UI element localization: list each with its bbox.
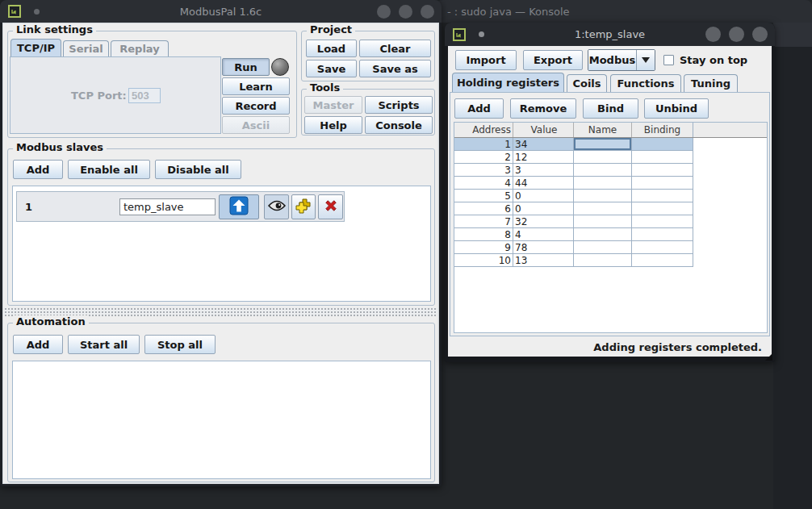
register-cell-name[interactable] xyxy=(574,241,632,253)
register-cell-value[interactable]: 44 xyxy=(513,177,574,189)
register-cell-address[interactable]: 7 xyxy=(454,215,513,227)
register-row[interactable]: 33 xyxy=(454,164,693,177)
register-row[interactable]: 732 xyxy=(454,215,693,228)
background-window-titlebar[interactable]: - : sudo java — Konsole xyxy=(436,0,812,23)
register-row[interactable]: 978 xyxy=(454,241,693,254)
register-cell-binding[interactable] xyxy=(632,151,693,163)
disable-all-button[interactable]: Disable all xyxy=(155,160,241,179)
slave-add-button[interactable]: Add xyxy=(13,160,63,179)
stop-all-button[interactable]: Stop all xyxy=(144,335,216,354)
slave-name-input[interactable] xyxy=(119,198,216,215)
register-cell-name[interactable] xyxy=(574,164,632,176)
register-cell-value[interactable]: 13 xyxy=(513,254,574,266)
register-cell-value[interactable]: 34 xyxy=(513,138,574,150)
tab-coils[interactable]: Coils xyxy=(567,74,607,92)
register-cell-value[interactable]: 78 xyxy=(513,241,574,253)
tab-functions[interactable]: Functions xyxy=(610,74,681,92)
register-cell-value[interactable]: 3 xyxy=(513,164,574,176)
load-button[interactable]: Load xyxy=(306,40,357,57)
register-cell-address[interactable]: 10 xyxy=(454,254,513,266)
column-header-address[interactable]: Address xyxy=(454,123,513,137)
close-button[interactable] xyxy=(752,27,768,42)
register-row[interactable]: 84 xyxy=(454,228,693,241)
maximize-button[interactable] xyxy=(399,5,412,19)
register-cell-address[interactable]: 5 xyxy=(454,190,513,202)
register-unbind-button[interactable]: Unbind xyxy=(644,98,709,119)
register-cell-address[interactable]: 4 xyxy=(454,177,513,189)
register-cell-value[interactable]: 12 xyxy=(513,151,574,163)
register-cell-address[interactable]: 6 xyxy=(454,202,513,215)
master-button[interactable]: Master xyxy=(304,96,362,114)
register-cell-value[interactable]: 0 xyxy=(513,202,574,215)
register-cell-name[interactable] xyxy=(574,177,632,189)
maximize-button[interactable] xyxy=(729,27,744,42)
register-table-header[interactable]: Address Value Name Binding xyxy=(454,123,767,138)
window-icon[interactable] xyxy=(453,28,466,41)
clear-button[interactable]: Clear xyxy=(359,40,431,57)
register-cell-binding[interactable] xyxy=(632,202,693,215)
close-button[interactable] xyxy=(421,5,434,19)
chevron-down-icon[interactable] xyxy=(637,50,655,70)
tab-tcpip[interactable]: TCP/IP xyxy=(10,39,61,56)
ascii-button[interactable]: Ascii xyxy=(222,116,290,134)
register-row[interactable]: 212 xyxy=(454,151,693,164)
register-add-button[interactable]: Add xyxy=(454,98,504,119)
register-cell-address[interactable]: 9 xyxy=(454,241,513,253)
register-cell-binding[interactable] xyxy=(632,177,693,189)
modbuspal-titlebar[interactable]: ModbusPal 1.6c xyxy=(0,0,442,23)
slave-window-titlebar[interactable]: 1:temp_slave xyxy=(445,23,775,46)
register-cell-name[interactable] xyxy=(574,190,632,202)
column-header-binding[interactable]: Binding xyxy=(632,123,693,137)
tab-holding-registers[interactable]: Holding registers xyxy=(452,73,564,92)
register-bind-button[interactable]: Bind xyxy=(583,98,638,119)
register-cell-name[interactable] xyxy=(574,151,632,163)
register-cell-name[interactable] xyxy=(574,138,632,150)
save-button[interactable]: Save xyxy=(306,60,357,77)
export-button[interactable]: Export xyxy=(523,50,583,70)
slave-delete-button[interactable] xyxy=(318,194,343,219)
register-cell-binding[interactable] xyxy=(632,228,693,240)
tab-replay[interactable]: Replay xyxy=(111,40,169,56)
slave-visibility-button[interactable] xyxy=(264,194,289,219)
register-cell-name[interactable] xyxy=(574,228,632,240)
import-button[interactable]: Import xyxy=(455,50,517,70)
record-button[interactable]: Record xyxy=(222,97,290,115)
register-row[interactable]: 60 xyxy=(454,202,693,215)
slave-row[interactable]: 1 xyxy=(16,191,345,222)
minimize-button[interactable] xyxy=(377,5,391,19)
column-header-value[interactable]: Value xyxy=(513,123,574,137)
tcp-port-input[interactable] xyxy=(128,88,161,103)
save-as-button[interactable]: Save as xyxy=(359,60,431,77)
register-cell-binding[interactable] xyxy=(632,164,693,176)
window-icon[interactable] xyxy=(8,5,21,18)
register-cell-binding[interactable] xyxy=(632,190,693,202)
register-cell-binding[interactable] xyxy=(632,215,693,227)
register-cell-value[interactable]: 32 xyxy=(513,215,574,227)
register-cell-binding[interactable] xyxy=(632,241,693,253)
slave-add-register-button[interactable] xyxy=(291,194,316,219)
resize-grip[interactable] xyxy=(765,353,772,361)
column-header-name[interactable]: Name xyxy=(574,123,632,137)
learn-button[interactable]: Learn xyxy=(222,77,290,95)
register-cell-address[interactable]: 2 xyxy=(454,151,513,163)
register-cell-value[interactable]: 0 xyxy=(513,190,574,202)
tab-tuning[interactable]: Tuning xyxy=(684,74,738,92)
register-row[interactable]: 444 xyxy=(454,177,693,190)
register-row[interactable]: 1013 xyxy=(454,254,693,267)
help-button[interactable]: Help xyxy=(304,116,362,134)
register-cell-address[interactable]: 8 xyxy=(454,228,513,240)
register-cell-name[interactable] xyxy=(574,215,632,227)
enable-all-button[interactable]: Enable all xyxy=(68,160,150,179)
automation-add-button[interactable]: Add xyxy=(13,335,63,354)
register-row[interactable]: 50 xyxy=(454,190,693,202)
register-cell-value[interactable]: 4 xyxy=(513,228,574,240)
register-remove-button[interactable]: Remove xyxy=(510,98,576,119)
register-cell-address[interactable]: 3 xyxy=(454,164,513,176)
slave-enable-toggle[interactable] xyxy=(219,194,259,219)
register-cell-binding[interactable] xyxy=(632,138,693,150)
start-all-button[interactable]: Start all xyxy=(68,335,140,354)
register-cell-name[interactable] xyxy=(574,254,632,266)
scripts-button[interactable]: Scripts xyxy=(365,96,433,114)
register-cell-name[interactable] xyxy=(574,202,632,215)
run-button[interactable]: Run xyxy=(222,58,270,76)
